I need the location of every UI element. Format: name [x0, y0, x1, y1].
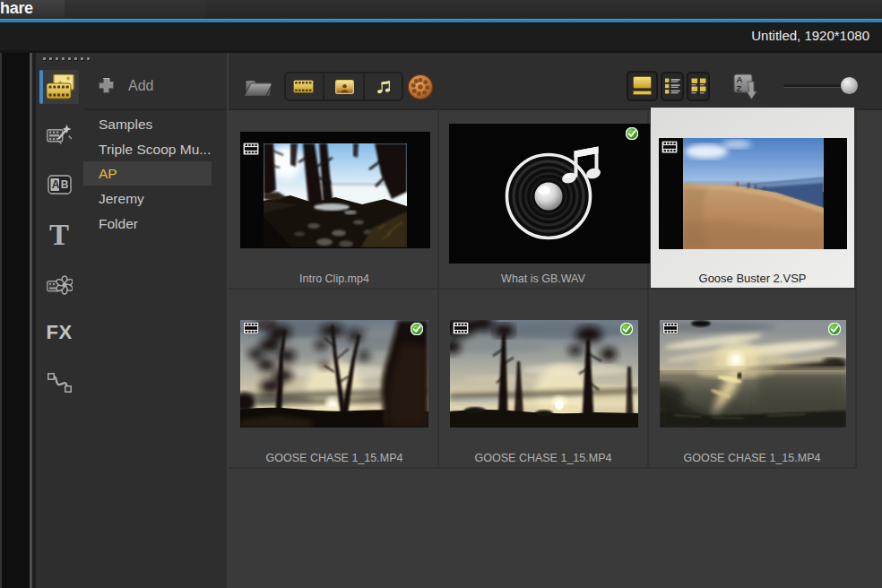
svg-text:B: B: [61, 178, 69, 191]
svg-text:A: A: [52, 178, 60, 191]
svg-text:Z: Z: [737, 83, 742, 93]
